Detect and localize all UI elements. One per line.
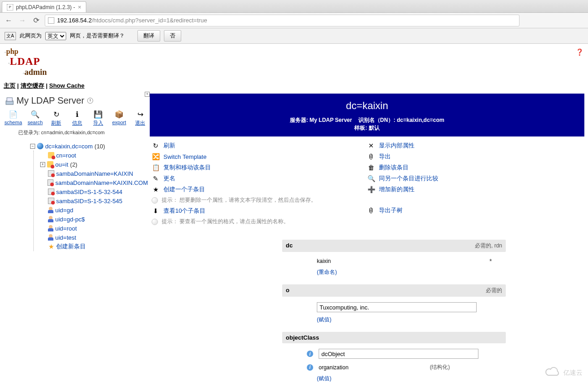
link-show-cache[interactable]: Show Cache xyxy=(49,82,84,89)
action-export[interactable]: 🛢导出 xyxy=(367,151,583,162)
action-add-attr[interactable]: ➕增加新的属性 xyxy=(367,184,583,195)
tree-node[interactable]: uid=gd xyxy=(40,205,148,215)
attr-oc-assign-link[interactable]: (赋值) xyxy=(317,375,331,382)
toolbar-export-label: export xyxy=(112,120,126,125)
url-host: 192.168.54.2 xyxy=(57,17,92,24)
translate-no-button[interactable]: 否 xyxy=(164,30,181,42)
refresh-icon: ↻ xyxy=(152,142,160,150)
toolbar-info[interactable]: ℹ信息 xyxy=(69,110,85,126)
tree-node-label[interactable]: sambaSID=S-1-5-32-545 xyxy=(56,198,122,205)
action-show-internal[interactable]: ✕显示内部属性 xyxy=(367,140,583,151)
attr-o-assign-link[interactable]: (赋值) xyxy=(317,316,331,323)
toolbar-logout[interactable]: ↪退出 xyxy=(132,110,148,126)
tree-collapse-icon[interactable]: − xyxy=(30,144,35,149)
info-icon[interactable]: i xyxy=(307,364,313,371)
translate-button[interactable]: 翻译 xyxy=(137,30,160,42)
star-icon: ★ xyxy=(48,243,54,250)
tree-node[interactable]: sambaSID=S-1-5-32-545 xyxy=(40,196,148,205)
user-icon xyxy=(48,216,53,222)
tree-node-label[interactable]: uid=gd xyxy=(55,207,73,214)
tree-node[interactable]: +ou=it (2) xyxy=(40,160,148,169)
action-create-child[interactable]: ★创建一个子条目 xyxy=(152,184,367,195)
tree-node-label[interactable]: sambaDomainName=KAIXIN.COM xyxy=(55,179,148,186)
globe-icon xyxy=(37,143,43,149)
toolbar-export[interactable]: 📦export xyxy=(111,110,127,126)
action-add-attr-label[interactable]: 增加新的属性 xyxy=(379,185,415,194)
action-rename[interactable]: ✎更名 xyxy=(152,173,367,184)
attr-dc-name: dc xyxy=(286,242,293,250)
delete-icon: 🗑 xyxy=(367,163,375,172)
action-copy-move[interactable]: 📋复制和移动该条目 xyxy=(152,162,367,173)
panel-expand-icon[interactable]: + xyxy=(145,92,150,97)
tree-node[interactable]: uid=test xyxy=(40,233,148,242)
tree-node[interactable]: sambaDomainName=KAIXIN xyxy=(40,169,148,178)
tree-node[interactable]: cn=root xyxy=(40,151,148,160)
close-icon[interactable]: × xyxy=(78,4,81,10)
action-show-internal-label[interactable]: 显示内部属性 xyxy=(379,142,415,150)
toolbar-import[interactable]: 💾导入 xyxy=(90,110,106,126)
action-export-subtree[interactable]: 🛢导出子树 xyxy=(367,205,583,216)
tree-node[interactable]: sambaDomainName=KAIXIN.COM xyxy=(40,178,148,187)
show-internal-icon: ✕ xyxy=(367,142,375,150)
action-switch-template-label[interactable]: Switch Template xyxy=(163,153,206,160)
tree-root-count: (10) xyxy=(94,143,105,150)
action-refresh-label[interactable]: 刷新 xyxy=(163,142,175,150)
toolbar-search[interactable]: 🔍search xyxy=(27,110,43,126)
action-refresh[interactable]: ↻刷新 xyxy=(152,140,367,151)
back-button[interactable]: ← xyxy=(4,16,14,26)
hint-delete: 提示： 想要删除一个属性，请将文本字段清空，然后点击保存。 xyxy=(152,195,367,205)
banner-tpl-label: 样板: xyxy=(354,125,367,131)
help-icon[interactable]: ❓ xyxy=(576,47,584,56)
switch-template-icon: 🔀 xyxy=(152,152,160,161)
tree-node-label[interactable]: uid=root xyxy=(55,225,77,232)
toolbar-info-label: 信息 xyxy=(72,120,82,126)
action-delete[interactable]: 🗑删除该条目 xyxy=(367,162,583,173)
browser-tab-row: P phpLDAPadmin (1.2.3) - × xyxy=(0,0,588,13)
attr-oc-value1-input[interactable] xyxy=(319,349,478,359)
action-create-child-label[interactable]: 创建一个子条目 xyxy=(163,185,205,194)
banner-server-label: 服务器: xyxy=(290,117,308,123)
tree-node[interactable]: uid=root xyxy=(40,224,148,233)
attr-o-input[interactable] xyxy=(317,302,477,312)
tree-root-label[interactable]: dc=kaixin,dc=com xyxy=(45,143,93,150)
action-view-children[interactable]: ⬇查看10个子条目 xyxy=(152,205,367,216)
tree-root[interactable]: − dc=kaixin,dc=com (10) xyxy=(30,142,148,151)
entry-banner: dc=kaixin 服务器: My LDAP Server 识别名（DN）: d… xyxy=(150,94,584,136)
link-home[interactable]: 主页 xyxy=(4,82,16,89)
link-clear-cache[interactable]: 清空缓存 xyxy=(21,82,44,89)
action-export-label[interactable]: 导出 xyxy=(379,152,391,161)
tree-node-label[interactable]: uid=gd-pc$ xyxy=(55,216,85,223)
tree-node[interactable]: sambaSID=S-1-5-32-544 xyxy=(40,187,148,196)
action-copy-move-label[interactable]: 复制和移动该条目 xyxy=(163,163,211,172)
attribute-list: dc必需的, rdn kaixin* (重命名) o必需的 (赋值) xyxy=(150,231,584,383)
tree-node-label[interactable]: 创建新条目 xyxy=(56,242,86,251)
tree-node[interactable]: uid=gd-pc$ xyxy=(40,215,148,224)
translate-lang-select[interactable]: 英文 xyxy=(45,32,66,40)
toolbar-schema[interactable]: 📄schema xyxy=(5,110,22,126)
tree-node-label[interactable]: cn=root xyxy=(56,152,76,159)
action-compare-label[interactable]: 同另一个条目进行比较 xyxy=(379,174,438,183)
tree-node[interactable]: ★创建新条目 xyxy=(40,242,148,251)
attr-oc-name: objectClass xyxy=(286,334,319,341)
forward-button[interactable]: → xyxy=(17,16,27,26)
top-links: 主页 | 清空缓存 | Show Cache xyxy=(4,80,584,94)
banner-server-value: My LDAP Server xyxy=(310,117,352,123)
address-bar[interactable]: 192.168.54.2/htdocs/cmd.php?server_id=1&… xyxy=(45,15,520,26)
tree-node-label[interactable]: sambaDomainName=KAIXIN xyxy=(56,170,133,177)
tree-node-label[interactable]: sambaSID=S-1-5-32-544 xyxy=(56,189,122,195)
tree-node-label[interactable]: ou=it xyxy=(55,161,68,168)
toolbar-refresh[interactable]: ↻刷新 xyxy=(48,110,64,126)
host-icon xyxy=(47,179,53,186)
browser-tab[interactable]: P phpLDAPadmin (1.2.3) - × xyxy=(2,1,86,12)
reload-button[interactable]: ⟳ xyxy=(31,16,41,26)
action-delete-label[interactable]: 删除该条目 xyxy=(379,163,409,172)
attr-o-name: o xyxy=(286,287,289,294)
info-icon[interactable]: i xyxy=(307,351,313,357)
tree-expand-icon[interactable]: + xyxy=(40,162,45,167)
tree-node-label[interactable]: uid=test xyxy=(55,234,76,241)
action-switch-template[interactable]: 🔀Switch Template xyxy=(152,151,367,162)
attr-dc-rename-link[interactable]: (重命名) xyxy=(317,269,337,275)
attr-o-meta: 必需的 xyxy=(486,287,502,294)
action-rename-label[interactable]: 更名 xyxy=(163,174,175,183)
action-compare[interactable]: 🔍同另一个条目进行比较 xyxy=(367,173,583,184)
